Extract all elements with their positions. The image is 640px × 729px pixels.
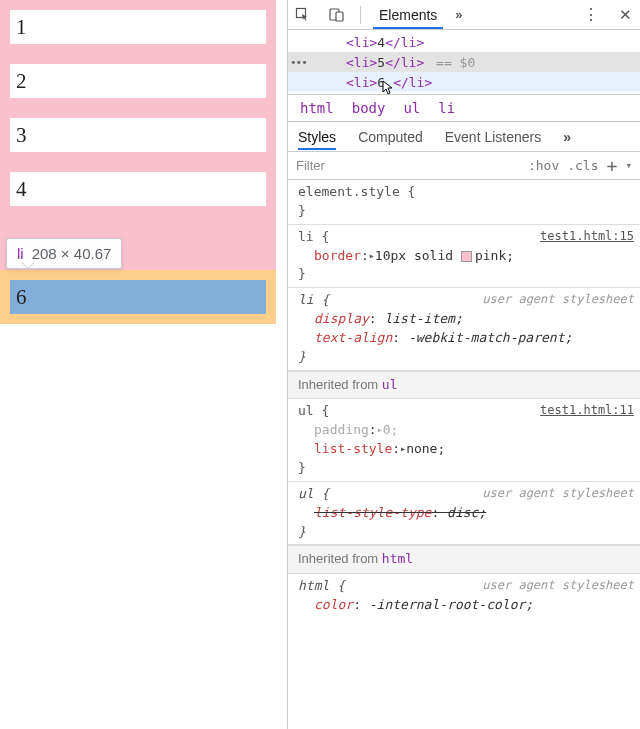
filter-input[interactable]: Filter — [296, 158, 520, 173]
rule-html-ua[interactable]: html { user agent stylesheet color: -int… — [288, 574, 640, 618]
dom-node-li-hover[interactable]: <li>6</li> — [288, 72, 640, 92]
tabs-overflow-icon[interactable]: » — [455, 7, 462, 22]
styles-overflow-icon[interactable]: » — [563, 129, 571, 145]
new-rule-icon[interactable]: + — [607, 155, 618, 176]
devtools-panel: Elements » ⋮ ✕ <li>4</li> <li>5</li> == … — [287, 0, 640, 729]
inspect-tooltip: li 208 × 40.67 — [6, 238, 122, 269]
rule-ul-author[interactable]: ul { test1.html:11 padding: ▸ 0; list-st… — [288, 399, 640, 481]
rule-ul-ua[interactable]: ul { user agent stylesheet list-style-ty… — [288, 482, 640, 546]
device-toggle-icon[interactable] — [326, 4, 348, 26]
tab-styles[interactable]: Styles — [298, 124, 336, 150]
inspect-icon[interactable] — [292, 4, 314, 26]
styles-pane[interactable]: element.style { } li { test1.html:15 bor… — [288, 180, 640, 729]
list-item[interactable]: 4 — [0, 162, 276, 216]
pin-icon[interactable]: ▾ — [625, 159, 632, 172]
rendered-page-pane: 1 2 3 4 6 li 208 × 40.67 — [0, 0, 287, 729]
tooltip-dimensions: 208 × 40.67 — [32, 245, 112, 262]
breadcrumb-item[interactable]: ul — [403, 100, 420, 116]
kebab-menu-icon[interactable]: ⋮ — [580, 4, 602, 26]
svg-rect-2 — [336, 12, 343, 21]
close-icon[interactable]: ✕ — [614, 4, 636, 26]
breadcrumb-item[interactable]: li — [438, 100, 455, 116]
tab-event-listeners[interactable]: Event Listeners — [445, 124, 542, 150]
list-item[interactable]: 2 — [0, 54, 276, 108]
tooltip-tag: li — [17, 245, 24, 262]
cls-toggle[interactable]: .cls — [567, 158, 598, 173]
dom-breadcrumb[interactable]: html body ul li — [288, 94, 640, 122]
inspect-highlight-margin: 6 — [0, 270, 276, 324]
list-item[interactable]: 1 — [0, 0, 276, 54]
breadcrumb-item[interactable]: body — [352, 100, 386, 116]
inherited-from-html: Inherited from html — [288, 545, 640, 574]
styles-sub-tabs: Styles Computed Event Listeners » — [288, 122, 640, 152]
tab-elements[interactable]: Elements — [373, 1, 443, 29]
app-root: 1 2 3 4 6 li 208 × 40.67 Elements » ⋮ — [0, 0, 640, 729]
rule-li-ua[interactable]: li { user agent stylesheet display: list… — [288, 288, 640, 370]
inspect-highlight-content[interactable]: 6 — [10, 280, 266, 314]
devtools-main-tabs: Elements » ⋮ ✕ — [288, 0, 640, 30]
dom-node-li[interactable]: <li>4</li> — [288, 32, 640, 52]
dom-node-li-selected[interactable]: <li>5</li> == $0 — [288, 52, 640, 72]
dom-tree[interactable]: <li>4</li> <li>5</li> == $0 <li>6</li> — [288, 30, 640, 94]
source-link[interactable]: test1.html:11 — [540, 402, 634, 421]
styles-filter-row: Filter :hov .cls + ▾ — [288, 152, 640, 180]
hov-toggle[interactable]: :hov — [528, 158, 559, 173]
source-link[interactable]: test1.html:15 — [540, 228, 634, 247]
rule-element-style[interactable]: element.style { } — [288, 180, 640, 225]
rule-li-author[interactable]: li { test1.html:15 border: ▸ 10px solid … — [288, 225, 640, 289]
color-swatch-icon[interactable] — [461, 251, 472, 262]
list-item[interactable]: 3 — [0, 108, 276, 162]
inherited-from-ul: Inherited from ul — [288, 371, 640, 400]
breadcrumb-item[interactable]: html — [300, 100, 334, 116]
list-container: 1 2 3 4 — [0, 0, 276, 270]
tab-computed[interactable]: Computed — [358, 124, 423, 150]
